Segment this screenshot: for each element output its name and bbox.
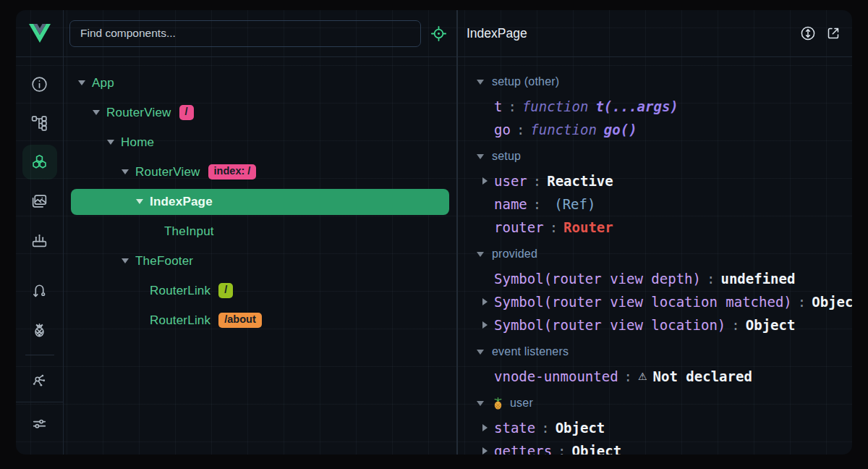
inspect-component-button[interactable] [430,25,447,42]
section-provided: provided Symbol(router view depth) : und… [474,241,852,337]
components-tree-panel: App RouterView / Home RouterView index: … [64,10,456,455]
route-badge: /about [218,313,262,328]
component-tree: App RouterView / Home RouterView index: … [64,57,456,455]
tree-node-indexpage-selected[interactable]: IndexPage [71,189,449,215]
inspector-title: IndexPage [467,26,527,41]
section-header[interactable]: event listeners [474,339,852,365]
caret-down-icon[interactable] [75,77,88,89]
component-name: RouterView [135,165,200,179]
caret-spacer [478,371,491,382]
section-setup-other: setup (other) t : function t(...args) go… [474,69,852,141]
overview-tab[interactable] [22,67,57,101]
caret-down-icon[interactable] [474,76,487,88]
state-row[interactable]: t : function t(...args) [474,95,852,118]
warning-icon: ⚠ [638,371,647,382]
images-icon [30,193,48,211]
tree-node-thefooter[interactable]: TheFooter [71,246,449,276]
sidebar-divider [25,355,54,355]
settings-sliders-icon [30,415,48,433]
component-name: TheInput [164,224,214,239]
tree-node-theinput[interactable]: TheInput [71,216,449,246]
caret-spacer [148,226,161,237]
caret-right-icon[interactable] [478,296,491,308]
state-row[interactable]: Symbol(router view depth) : undefined [474,267,852,290]
component-tree-icon [30,114,48,132]
state-inspector-panel: IndexPage [458,10,852,455]
caret-spacer [478,221,491,233]
tree-node-routerview-nested[interactable]: RouterView index: / [71,157,449,187]
caret-down-icon[interactable] [119,166,132,178]
target-icon [430,25,447,42]
caret-down-icon[interactable] [133,196,146,208]
section-header[interactable]: setup (other) [474,69,852,95]
pinia-tab[interactable] [22,312,57,347]
assets-tab[interactable] [22,184,57,219]
route-hook-icon [30,282,48,300]
section-pinia-user: user state : Object getters : Object [474,390,852,455]
component-name: Home [121,135,154,150]
caret-down-icon[interactable] [119,255,132,267]
caret-down-icon[interactable] [474,346,487,358]
open-in-editor-button[interactable] [825,25,841,41]
section-setup: setup user : Reactive name : (Ref) route… [474,143,852,239]
caret-spacer [133,315,146,326]
timeline-tab[interactable] [22,223,57,258]
caret-right-icon[interactable] [478,422,491,434]
component-name: RouterView [106,106,171,120]
open-in-editor-icon [825,25,841,41]
state-row[interactable]: state : Object [474,416,852,439]
section-header[interactable]: user [474,390,852,416]
control-bench-icon [30,232,48,250]
state-row[interactable]: router : Router [474,216,852,239]
state-row[interactable]: name : (Ref) [474,193,852,216]
component-name: RouterLink [150,284,210,298]
route-badge: index: / [208,164,257,179]
components-tab[interactable] [22,145,57,179]
tree-node-routerlink-about[interactable]: RouterLink /about [71,305,449,335]
settings-tab[interactable] [22,406,57,441]
tree-header [64,10,456,57]
caret-down-icon[interactable] [474,397,487,409]
vue-logo [16,10,63,57]
inspector-body: setup (other) t : function t(...args) go… [458,57,852,455]
caret-down-icon[interactable] [474,248,487,260]
sidebar-nav [16,57,63,402]
caret-spacer [478,101,491,112]
caret-spacer [478,124,491,135]
state-row[interactable]: getters : Object [474,439,852,455]
tree-node-routerview[interactable]: RouterView / [71,98,449,127]
component-name: App [92,76,114,90]
tree-node-routerlink-home[interactable]: RouterLink / [71,276,449,305]
tree-node-app[interactable]: App [71,68,449,98]
pinia-store-icon [492,397,504,410]
section-header[interactable]: provided [474,241,852,267]
route-badge: / [218,283,233,298]
graph-tab[interactable] [22,363,57,397]
caret-right-icon[interactable] [478,445,491,455]
caret-right-icon[interactable] [478,175,491,187]
caret-down-icon[interactable] [104,137,117,148]
pages-tab[interactable] [22,106,57,140]
caret-down-icon[interactable] [90,107,103,119]
info-icon [30,75,48,93]
sidebar-footer [16,402,63,444]
router-tab[interactable] [22,273,57,308]
state-row[interactable]: go : function go() [474,118,852,141]
caret-right-icon[interactable] [478,319,491,331]
state-row[interactable]: Symbol(router view location matched) : O… [474,290,852,313]
state-row[interactable]: user : Reactive [474,169,852,193]
component-name: RouterLink [150,313,210,328]
vue-devtools-window: App RouterView / Home RouterView index: … [16,10,852,455]
search-input[interactable] [69,20,421,47]
state-row[interactable]: Symbol(router view location) : Object [474,313,852,337]
section-header[interactable]: setup [474,143,852,169]
section-event-listeners: event listeners vnode-unmounted : ⚠ Not … [474,339,852,388]
caret-down-icon[interactable] [474,151,487,162]
scroll-to-component-button[interactable] [800,25,816,41]
state-row[interactable]: vnode-unmounted : ⚠ Not declared [474,365,852,388]
inspector-actions [800,25,841,41]
caret-spacer [133,285,146,297]
graph-nodes-icon [30,371,48,389]
tree-node-home[interactable]: Home [71,127,449,157]
caret-spacer [478,198,491,210]
